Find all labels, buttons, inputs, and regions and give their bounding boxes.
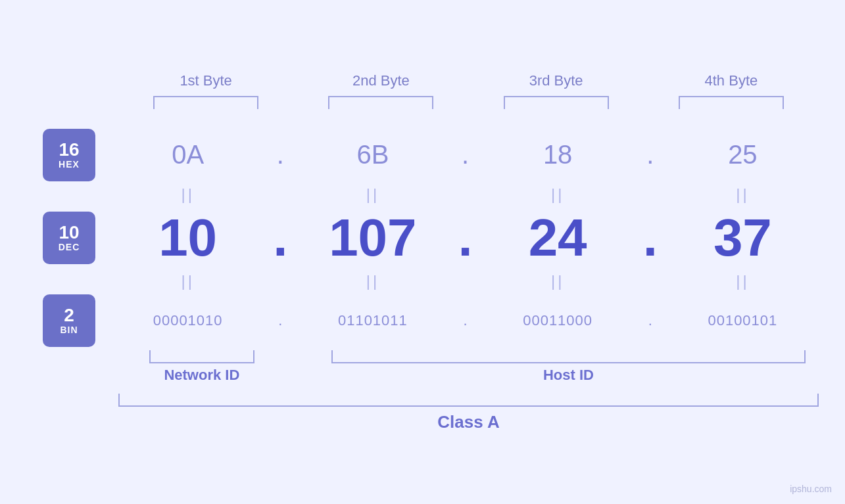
- equals-content-2: || || || ||: [112, 272, 819, 290]
- network-id-label: Network ID: [118, 367, 285, 384]
- bin-row: 2 BIN 00001010 . 01101011 . 00011000 . 0…: [26, 294, 819, 347]
- value-grid: 16 HEX 0A . 6B . 18 . 25 || || |: [26, 129, 819, 347]
- bin-val-3: 00011000: [523, 312, 592, 329]
- class-label: Class A: [118, 412, 819, 432]
- hex-base-text: HEX: [59, 159, 80, 170]
- bracket-network: [149, 350, 254, 363]
- eq-1-3: ||: [551, 185, 564, 204]
- bin-dot-1: .: [278, 312, 282, 329]
- bracket-top-2: [328, 96, 433, 109]
- hex-val-2: 6B: [356, 140, 389, 170]
- bin-dot-3: .: [648, 312, 652, 329]
- bin-base-number: 2: [64, 306, 74, 325]
- equals-row-1: || || || ||: [26, 181, 819, 208]
- bracket-host: [331, 350, 806, 363]
- top-brackets-row: [26, 96, 819, 109]
- hex-dot-2: .: [462, 140, 469, 170]
- hex-badge: 16 HEX: [43, 129, 95, 181]
- bracket-top-4: [679, 96, 784, 109]
- eq-2-4: ||: [736, 272, 749, 290]
- dec-dot-3: .: [643, 208, 658, 268]
- equals-content-1: || || || ||: [112, 185, 819, 204]
- eq-1-2: ||: [366, 185, 379, 204]
- dec-dot-1: .: [273, 208, 287, 268]
- hex-val-4: 25: [728, 140, 758, 170]
- dec-badge: 10 DEC: [43, 212, 95, 264]
- bin-bytes: 00001010 . 01101011 . 00011000 . 0010010…: [112, 312, 819, 329]
- eq-2-2: ||: [366, 272, 379, 290]
- bracket-top-3: [504, 96, 609, 109]
- equals-row-2: || || || ||: [26, 268, 819, 294]
- class-section: Class A: [26, 394, 819, 432]
- host-id-label: Host ID: [318, 367, 819, 384]
- bin-dot-2: .: [463, 312, 467, 329]
- hex-val-1: 0A: [172, 140, 204, 170]
- hex-val-3: 18: [543, 140, 573, 170]
- bin-badge: 2 BIN: [43, 294, 95, 347]
- eq-1-1: ||: [181, 185, 194, 204]
- eq-1-4: ||: [736, 185, 749, 204]
- dec-label-cell: 10 DEC: [26, 212, 112, 264]
- bracket-top-1: [153, 96, 258, 109]
- dec-val-3: 24: [529, 208, 587, 268]
- bin-label-cell: 2 BIN: [26, 294, 112, 347]
- bin-base-text: BIN: [60, 325, 78, 335]
- bin-val-4: 00100101: [708, 312, 777, 329]
- dec-val-4: 37: [713, 208, 772, 268]
- hex-dot-1: .: [277, 140, 284, 170]
- hex-bytes: 0A . 6B . 18 . 25: [112, 140, 819, 170]
- dec-base-number: 10: [59, 223, 79, 242]
- dec-dot-2: .: [458, 208, 472, 268]
- dec-row: 10 DEC 10 . 107 . 24 . 37: [26, 208, 819, 268]
- eq-2-1: ||: [181, 272, 194, 290]
- byte1-header: 1st Byte: [118, 72, 293, 89]
- bottom-brackets-row: [26, 350, 819, 363]
- eq-2-3: ||: [551, 272, 564, 290]
- watermark: ipshu.com: [790, 484, 832, 494]
- byte-headers-row: 1st Byte 2nd Byte 3rd Byte 4th Byte: [26, 72, 819, 89]
- hex-label-cell: 16 HEX: [26, 129, 112, 181]
- dec-val-2: 107: [329, 208, 416, 268]
- byte2-header: 2nd Byte: [293, 72, 468, 89]
- hex-base-number: 16: [59, 141, 79, 159]
- class-bracket: [118, 394, 819, 407]
- hex-row: 16 HEX 0A . 6B . 18 . 25: [26, 129, 819, 181]
- dec-base-text: DEC: [59, 242, 80, 252]
- hex-dot-3: .: [646, 140, 654, 170]
- byte4-header: 4th Byte: [644, 72, 819, 89]
- bin-val-2: 01101011: [338, 312, 408, 329]
- byte3-header: 3rd Byte: [469, 72, 644, 89]
- dec-val-1: 10: [158, 208, 217, 268]
- main-container: 1st Byte 2nd Byte 3rd Byte 4th Byte 16 H…: [0, 0, 845, 504]
- dec-bytes: 10 . 107 . 24 . 37: [112, 208, 819, 268]
- bottom-section: Network ID Host ID: [26, 350, 819, 390]
- bin-val-1: 00001010: [153, 312, 223, 329]
- bottom-labels-row: Network ID Host ID: [26, 367, 819, 384]
